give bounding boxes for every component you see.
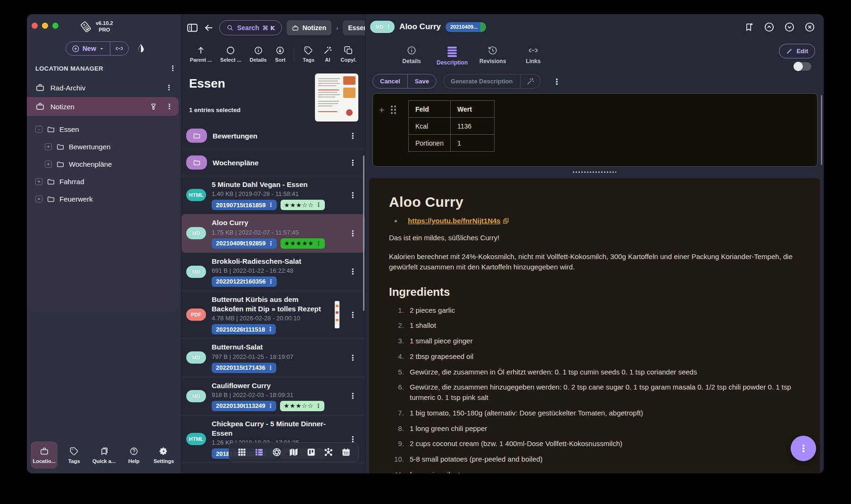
expand-icon[interactable]: + — [45, 161, 52, 168]
expand-icon[interactable]: + — [45, 143, 52, 150]
table-cell[interactable]: Kcal — [409, 118, 451, 135]
rating-tag[interactable]: ★★★☆☆⋮ — [281, 200, 325, 210]
file-row[interactable]: PDF Butternut Kürbis aus dem Backofen mi… — [182, 291, 365, 339]
table-cell[interactable]: 1 — [450, 135, 494, 152]
date-tag[interactable]: 20220130t113249⋮ — [212, 401, 276, 411]
ai-button[interactable]: AI — [323, 46, 332, 63]
cancel-button[interactable]: Cancel — [373, 74, 407, 88]
perspective-gallery-icon[interactable] — [272, 447, 281, 457]
details-button[interactable]: Details — [250, 46, 267, 63]
drag-handle-icon[interactable] — [391, 106, 396, 114]
file-row-selected[interactable]: MD Aloo Curry 1.75 KB | 2022-02-07 - 11:… — [182, 214, 365, 252]
location-manager-menu-icon[interactable]: ⋮ — [169, 65, 176, 72]
add-block-icon[interactable] — [378, 106, 386, 114]
breadcrumb-location[interactable]: Notizen — [287, 20, 331, 35]
nav-locations[interactable]: Locatio... — [31, 441, 58, 469]
breadcrumb-folder[interactable]: Essen — [343, 20, 365, 35]
rating-tag[interactable]: ★★★☆☆⋮ — [280, 401, 324, 411]
row-menu-icon[interactable]: ⋮ — [345, 191, 360, 200]
date-tag[interactable]: 20220115t171436⋮ — [212, 363, 276, 373]
row-menu-icon[interactable]: ⋮ — [345, 229, 360, 238]
tab-description[interactable]: Description — [432, 45, 472, 66]
perspective-list-icon[interactable] — [254, 447, 264, 457]
bookmark-add-button[interactable] — [744, 22, 754, 32]
file-row[interactable]: MD Cauliflower Curry 918 B | 2022-02-03 … — [182, 377, 365, 415]
new-link-button[interactable] — [110, 42, 128, 55]
tree-item-essen[interactable]: - Essen — [33, 121, 179, 138]
row-menu-icon[interactable]: ⋮ — [345, 131, 360, 140]
parent-directory-button[interactable]: Parent ... — [190, 46, 212, 63]
badge-menu-icon[interactable]: ⋮ — [386, 24, 391, 30]
traffic-light-zoom[interactable] — [52, 23, 58, 29]
autosave-toggle[interactable] — [793, 62, 811, 71]
back-button[interactable] — [203, 23, 215, 33]
sort-button[interactable]: Sort — [275, 46, 285, 63]
row-menu-icon[interactable]: ⋮ — [345, 391, 360, 400]
traffic-light-minimize[interactable] — [42, 23, 48, 29]
nav-settings[interactable]: Settings — [150, 441, 177, 469]
save-button[interactable]: Save — [408, 74, 436, 88]
tag-menu-icon[interactable]: ⋮ — [315, 403, 322, 409]
resize-handle[interactable] — [573, 171, 616, 173]
date-tag[interactable]: 20210226t111518⋮ — [212, 324, 276, 334]
entry-date-tag[interactable]: 20210409... — [446, 22, 486, 32]
expand-icon[interactable]: + — [35, 195, 42, 203]
close-entry-button[interactable] — [804, 22, 815, 33]
expand-icon[interactable]: + — [35, 178, 42, 185]
location-notizen[interactable]: Notizen ⋮ — [27, 97, 179, 116]
tag-menu-icon[interactable]: ⋮ — [268, 240, 274, 247]
perspective-map-icon[interactable] — [289, 447, 298, 457]
perspective-calendar-icon[interactable] — [341, 447, 351, 457]
tag-menu-icon[interactable]: ⋮ — [267, 326, 273, 333]
date-tag[interactable]: 20220122t160356⋮ — [212, 276, 277, 287]
folder-row[interactable]: Wochenpläne ⋮ — [182, 149, 365, 176]
date-tag[interactable]: 20210409t192859⋮ — [212, 238, 277, 249]
tag-menu-icon[interactable]: ⋮ — [316, 240, 322, 247]
entry-type-badge[interactable]: MD ⋮ — [370, 21, 395, 33]
properties-table[interactable]: Feld Wert Kcal 1136 Portionen 1 — [408, 100, 495, 152]
file-row[interactable]: MD Butternut-Salat 797 B | 2022-01-25 - … — [182, 339, 365, 377]
tree-item-bewertungen[interactable]: + Bewertungen — [33, 138, 179, 155]
traffic-light-close[interactable] — [32, 23, 38, 29]
tag-menu-icon[interactable]: ⋮ — [268, 403, 273, 409]
tag-menu-icon[interactable]: ⋮ — [316, 202, 322, 208]
nav-help[interactable]: Help — [120, 441, 147, 469]
folder-thumbnail[interactable] — [315, 73, 358, 122]
nav-tags[interactable]: Tags — [60, 441, 87, 469]
toggle-panels-button[interactable] — [186, 22, 198, 33]
perspective-kanban-icon[interactable] — [306, 447, 316, 457]
tab-details[interactable]: Details — [391, 45, 432, 66]
collapse-icon[interactable]: - — [35, 126, 42, 133]
file-row[interactable]: HTML 5 Minute Dahl Vegan - Essen 1.40 KB… — [182, 176, 365, 214]
table-cell[interactable]: Portionen — [409, 135, 451, 152]
generate-wand-button[interactable] — [521, 74, 540, 88]
date-tag[interactable]: 20190715t161859⋮ — [212, 200, 277, 210]
tags-button[interactable]: Tags — [303, 46, 314, 63]
tree-item-wochenplaene[interactable]: + Wochenpläne — [33, 155, 179, 173]
row-menu-icon[interactable]: ⋮ — [345, 267, 360, 276]
folder-row[interactable]: Bewertungen ⋮ — [182, 122, 365, 149]
row-menu-icon[interactable]: ⋮ — [345, 310, 360, 319]
row-menu-icon[interactable]: ⋮ — [345, 353, 360, 362]
youtube-link[interactable]: https://youtu.be/fnrNijt1N4s — [408, 217, 501, 225]
scrollbar-thumb[interactable] — [821, 95, 822, 165]
new-button[interactable]: New — [66, 42, 110, 55]
select-all-button[interactable]: Select ... — [220, 46, 241, 63]
flashlight-icon[interactable] — [149, 103, 157, 111]
location-menu-icon[interactable]: ⋮ — [166, 103, 173, 110]
description-menu-icon[interactable]: ⋮ — [553, 77, 561, 86]
previous-entry-button[interactable] — [764, 22, 775, 33]
tag-menu-icon[interactable]: ⋮ — [268, 365, 273, 371]
description-editor[interactable]: Feld Wert Kcal 1136 Portionen 1 — [372, 93, 818, 167]
tag-menu-icon[interactable]: ⋮ — [268, 202, 274, 208]
perspective-graph-icon[interactable] — [323, 447, 333, 457]
tab-links[interactable]: Links — [513, 45, 554, 66]
edit-button[interactable]: Edit — [779, 44, 815, 58]
row-menu-icon[interactable]: ⋮ — [345, 158, 360, 167]
rating-tag[interactable]: ★★★★★⋮ — [281, 238, 325, 249]
tab-revisions[interactable]: Revisions — [472, 45, 513, 66]
scrollbar-thumb[interactable] — [363, 155, 364, 311]
location-rad-archiv[interactable]: Rad-Archiv ⋮ — [27, 79, 178, 96]
theme-toggle-button[interactable] — [136, 43, 146, 54]
perspective-grid-icon[interactable] — [237, 447, 247, 457]
